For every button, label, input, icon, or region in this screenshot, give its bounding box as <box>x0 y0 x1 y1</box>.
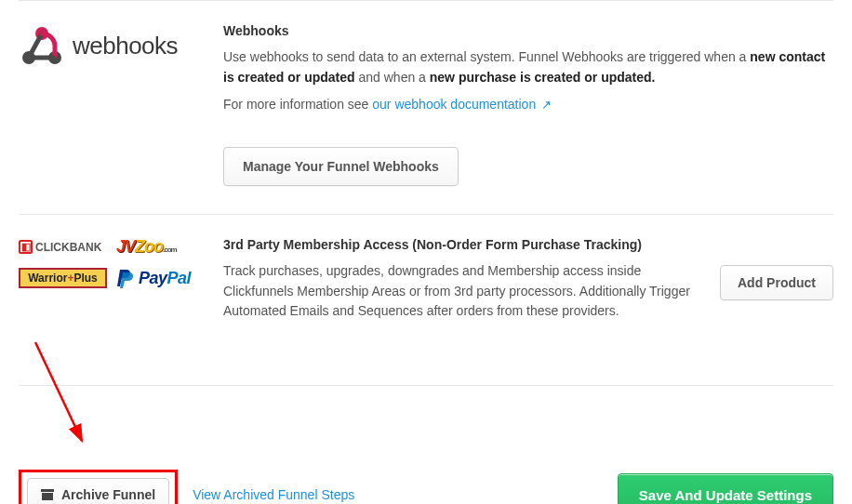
webhooks-desc-mid: and when a <box>355 70 430 85</box>
webhooks-doc-link[interactable]: our webhook documentation ↗ <box>372 97 552 112</box>
jvzoo-zoo: Zoo <box>135 237 163 256</box>
footer-bar: Archive Funnel View Archived Funnel Step… <box>19 385 833 504</box>
paypal-text: PayPal <box>139 269 191 288</box>
manage-webhooks-button[interactable]: Manage Your Funnel Webhooks <box>223 147 459 186</box>
webhooks-logo: webhooks <box>19 23 178 68</box>
jvzoo-com: .com <box>163 245 177 254</box>
paypal-pal: Pal <box>167 269 192 287</box>
view-archived-link[interactable]: View Archived Funnel Steps <box>193 487 354 502</box>
archive-funnel-button[interactable]: Archive Funnel <box>27 478 169 504</box>
section-webhooks: webhooks Webhooks Use webhooks to send d… <box>19 0 833 214</box>
jvzoo-logo: JVZoo.com <box>116 237 205 257</box>
webhooks-title: Webhooks <box>223 23 833 38</box>
thirdparty-title: 3rd Party Membership Access (Non-Order F… <box>223 237 833 252</box>
warrior-c: Plus <box>73 272 97 285</box>
jvzoo-jv: JV <box>116 237 135 256</box>
section-thirdparty: ◧ CLICKBANK JVZoo.com Warrior+Plus PayPa… <box>19 214 833 357</box>
webhooks-more-prefix: For more information see <box>223 97 372 112</box>
section-left: webhooks <box>19 23 223 186</box>
clickbank-icon: ◧ <box>19 240 33 254</box>
clickbank-logo: ◧ CLICKBANK <box>19 240 107 254</box>
section-right: 3rd Party Membership Access (Non-Order F… <box>223 237 833 329</box>
provider-logos: ◧ CLICKBANK JVZoo.com Warrior+Plus PayPa… <box>19 237 205 288</box>
webhooks-doc-link-label: our webhook documentation <box>372 97 536 112</box>
external-link-icon: ↗ <box>541 98 552 112</box>
paypal-pay: Pay <box>139 269 167 287</box>
archive-icon <box>41 489 54 500</box>
webhooks-more: For more information see our webhook doc… <box>223 95 833 115</box>
add-product-button[interactable]: Add Product <box>720 265 833 300</box>
paypal-icon <box>116 268 135 288</box>
paypal-logo: PayPal <box>116 268 205 288</box>
annotation-highlight: Archive Funnel <box>19 470 178 504</box>
webhooks-icon <box>19 23 65 68</box>
webhooks-desc: Use webhooks to send data to an external… <box>223 47 833 87</box>
warriorplus-logo: Warrior+Plus <box>19 268 107 288</box>
archive-funnel-label: Archive Funnel <box>61 487 155 502</box>
section-left: ◧ CLICKBANK JVZoo.com Warrior+Plus PayPa… <box>19 237 223 329</box>
section-right: Webhooks Use webhooks to send data to an… <box>223 23 833 186</box>
save-settings-button[interactable]: Save And Update Settings <box>618 473 833 504</box>
webhooks-logo-text: webhooks <box>73 32 178 60</box>
webhooks-desc-bold2: new purchase is created or updated. <box>430 70 656 85</box>
webhooks-desc-prefix: Use webhooks to send data to an external… <box>223 49 750 64</box>
warrior-a: Warrior <box>28 272 67 285</box>
clickbank-text: CLICKBANK <box>35 241 101 254</box>
